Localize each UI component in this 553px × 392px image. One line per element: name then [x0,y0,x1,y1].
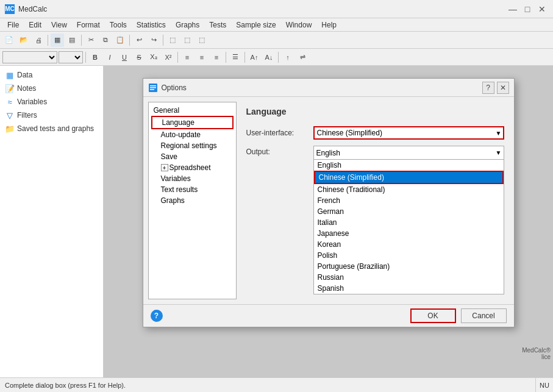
menu-graphs[interactable]: Graphs [171,20,204,30]
notes-icon: 📝 [5,84,15,93]
align-right-button[interactable]: ≡ [210,51,223,64]
close-button[interactable]: ✕ [536,3,548,15]
toolbar-sep-2 [81,35,82,46]
list-button[interactable]: ☰ [229,51,242,64]
table-button[interactable]: ▤ [65,34,79,47]
menu-view[interactable]: View [46,20,72,30]
sidebar-item-data[interactable]: ▦ Data [0,68,103,82]
ui-dropdown[interactable]: Chinese (Simplified) [313,126,504,140]
dialog-body: General Language Auto-update Regional se… [143,97,514,304]
menu-statistics[interactable]: Statistics [132,20,171,30]
font-size-select[interactable] [59,51,83,63]
output-dropdown-wrapper: English ▼ English Chinese (Simplified) C… [313,146,504,159]
format-sep-4 [244,52,245,63]
dialog-tree: General Language Auto-update Regional se… [148,102,237,299]
sidebar-item-filters[interactable]: ▽ Filters [0,109,103,122]
tree-item-autoupdate[interactable]: Auto-update [151,129,234,140]
menu-tools[interactable]: Tools [105,20,132,30]
tree-item-spreadsheet[interactable]: + Spreadsheet [151,162,234,173]
options-dialog: Options ? ✕ General Langua [143,78,515,327]
menu-format[interactable]: Format [72,20,105,30]
btn3[interactable]: ⬚ [195,34,209,47]
dialog-close-button[interactable]: ✕ [497,82,509,94]
open-button[interactable]: 📂 [17,34,30,47]
help-circle-button[interactable]: ? [151,310,163,322]
grid-button[interactable]: ▦ [51,34,64,47]
subscript-button[interactable]: X₂ [147,51,160,64]
status-indicator: NU [535,378,553,392]
restore-button[interactable]: □ [521,3,533,15]
ui-form-row: User-interface: Chinese (Simplified) ▼ [246,126,504,140]
menu-file[interactable]: File [2,20,24,30]
cut-button[interactable]: ✂ [84,34,98,47]
underline-button[interactable]: U [118,51,131,64]
option-polish[interactable]: Polish [314,250,504,261]
option-english[interactable]: English [314,160,504,171]
variables-icon: ≈ [5,97,15,107]
menu-tests[interactable]: Tests [204,20,231,30]
sidebar-item-variables[interactable]: ≈ Variables [0,95,103,109]
tree-item-general[interactable]: General [151,105,234,116]
font-decrease-button[interactable]: A↓ [262,51,276,64]
svg-rect-3 [150,89,154,90]
ok-button[interactable]: OK [410,308,456,323]
font-family-select[interactable] [2,51,57,63]
font-increase-button[interactable]: A↑ [248,51,261,64]
tree-item-variables[interactable]: Variables [151,173,234,184]
output-dropdown-header[interactable]: English ▼ [313,146,504,159]
svg-rect-2 [150,87,156,88]
cancel-button[interactable]: Cancel [461,308,507,323]
dialog-overlay: Options ? ✕ General Langua [104,66,553,363]
option-chinese-traditional[interactable]: Chinese (Traditional) [314,184,504,195]
option-german[interactable]: German [314,206,504,217]
dialog-help-button[interactable]: ? [482,82,494,94]
bold-button[interactable]: B [88,51,102,64]
menu-edit[interactable]: Edit [24,20,46,30]
option-french[interactable]: French [314,195,504,206]
superscript-button[interactable]: X² [162,51,175,64]
toolbar-sep-4 [163,35,163,46]
menu-bar: File Edit View Format Tools Statistics G… [0,18,553,32]
undo-button[interactable]: ↩ [132,34,146,47]
option-korean[interactable]: Korean [314,239,504,250]
option-japanese[interactable]: Japanese [314,228,504,239]
sidebar-item-saved[interactable]: 📁 Saved tests and graphs [0,122,103,135]
menu-help[interactable]: Help [316,20,341,30]
dialog-footer-buttons: OK Cancel [410,308,507,323]
copy-button[interactable]: ⧉ [99,34,112,47]
menu-samplesize[interactable]: Sample size [231,20,280,30]
strikethrough-button[interactable]: S [132,51,146,64]
expand-icon[interactable]: + [161,164,168,171]
option-chinese-simplified[interactable]: Chinese (Simplified) [314,171,504,184]
ui-label: User-interface: [246,129,313,137]
tree-item-regional[interactable]: Regional settings [151,140,234,151]
italic-button[interactable]: I [103,51,116,64]
tree-item-graphs[interactable]: Graphs [151,195,234,206]
paste-button[interactable]: 📋 [113,34,127,47]
btn2[interactable]: ⬚ [180,34,194,47]
special-btn2[interactable]: ⇌ [296,51,309,64]
toolbar-sep-1 [48,35,48,46]
format-sep-3 [226,52,226,63]
option-italian[interactable]: Italian [314,217,504,228]
option-spanish[interactable]: Spanish [314,283,504,294]
print-button[interactable]: 🖨 [32,34,45,47]
special-btn1[interactable]: ↑ [281,51,294,64]
btn1[interactable]: ⬚ [166,34,179,47]
output-dropdown-list: English Chinese (Simplified) Chinese (Tr… [313,159,504,294]
align-center-button[interactable]: ≡ [195,51,209,64]
main-area: ▦ Data 📝 Notes ≈ Variables ▽ Filters 📁 [0,66,553,377]
sidebar-item-notes[interactable]: 📝 Notes [0,82,103,95]
medcalc-watermark: MedCalc® lice [522,347,551,360]
tree-item-textresults[interactable]: Text results [151,184,234,195]
minimize-button[interactable]: — [507,3,519,15]
align-left-button[interactable]: ≡ [180,51,194,64]
option-portuguese[interactable]: Portuguese (Brazilian) [314,261,504,272]
option-russian[interactable]: Russian [314,272,504,283]
tree-item-language[interactable]: Language [151,116,234,129]
tree-item-save[interactable]: Save [151,151,234,162]
new-button[interactable]: 📄 [2,34,16,47]
content-area: Options ? ✕ General Langua [104,66,553,377]
redo-button[interactable]: ↪ [147,34,160,47]
menu-window[interactable]: Window [281,20,317,30]
